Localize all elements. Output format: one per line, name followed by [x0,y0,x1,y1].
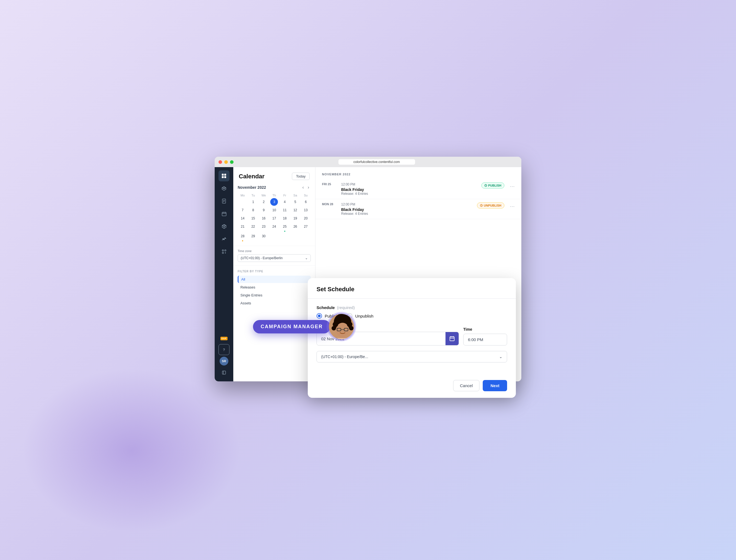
next-month-button[interactable]: › [306,184,311,190]
eap-label: EAP [221,337,228,340]
event-time-mon28: 12:00 PM [341,202,471,206]
svg-rect-8 [222,212,226,216]
help-icon[interactable]: ? [219,344,230,355]
cal-day-26[interactable]: 26 [290,223,300,232]
user-avatar[interactable]: SR [220,357,228,365]
cal-day-29[interactable]: 29 [248,232,258,241]
svg-point-16 [222,250,224,251]
schedule-section-label: Schedule (required) [317,305,507,310]
cal-day-4[interactable]: 4 [280,198,290,206]
next-button[interactable]: Next [483,380,507,391]
cal-day-10[interactable]: 10 [269,206,279,214]
event-title-mon28: Black Friday [341,207,471,212]
sidebar-icon-grid[interactable] [219,170,230,181]
cal-day-7[interactable]: 7 [238,206,248,214]
cal-day-8[interactable]: 8 [248,206,258,214]
event-time-fri25: 12:00 PM [341,182,476,186]
time-label: Time [463,327,507,332]
calendar-month: November 2022 [238,185,266,190]
minimize-button[interactable] [224,160,228,164]
sidebar: EAP ? SR [215,167,233,381]
cal-day-18[interactable]: 18 [280,215,290,222]
time-input[interactable] [463,334,507,345]
publish-badge-fri25[interactable]: PUBLISH [481,182,504,188]
cal-day-5[interactable]: 5 [290,198,300,206]
sidebar-icon-package[interactable] [219,221,230,232]
cal-day-1[interactable]: 1 [248,198,258,206]
cal-day-9[interactable]: 9 [259,206,269,214]
cal-day-25[interactable]: 25 [280,223,290,232]
calendar-grid: Mo Tu We Th Fr Sa Su 1 2 3 4 5 [238,193,311,241]
cal-day-16[interactable]: 16 [259,215,269,222]
event-day-label-fri: FRI 25 [322,182,336,186]
svg-point-37 [332,326,336,330]
svg-rect-0 [222,174,224,176]
cancel-button[interactable]: Cancel [453,380,480,391]
unpublish-badge-mon28[interactable]: UNPUBLISH [477,202,504,208]
cal-day-19[interactable]: 19 [290,215,300,222]
filter-all[interactable]: All [238,276,311,283]
sidebar-icon-calendar[interactable] [219,208,230,219]
event-menu-fri25[interactable]: … [510,182,515,188]
calendar-picker-button[interactable] [445,332,459,345]
timezone-select[interactable]: (UTC+01:00) - Europe/Berlin ⌄ [238,254,311,262]
event-row-fri25: FRI 25 12:00 PM Black Friday Release: 4 … [316,179,521,199]
prev-month-button[interactable]: ‹ [301,184,305,190]
left-panel: Calendar Today November 2022 ‹ › Mo [233,167,316,381]
day-header-fr: Fr [280,193,290,198]
event-details-fri25: 12:00 PM Black Friday Release: 4 Entries [341,182,476,196]
filter-single-entries[interactable]: Single Entries [238,292,311,299]
panel-title: Calendar [239,173,265,180]
chevron-down-icon: ⌄ [305,256,308,260]
cal-day-27[interactable]: 27 [301,223,311,232]
filter-releases[interactable]: Releases [238,284,311,291]
cal-day-14[interactable]: 14 [238,215,248,222]
cal-day-30[interactable]: 30 [259,232,269,241]
sidebar-icon-cube[interactable] [219,183,230,194]
cal-day-6[interactable]: 6 [301,198,311,206]
calendar-icon [449,336,455,341]
clock-icon [484,184,487,187]
unpublish-label: Unpublish [355,314,373,318]
today-button[interactable]: Today [292,173,310,180]
cal-day-28[interactable]: 28 [238,232,248,241]
svg-point-14 [224,239,224,240]
cal-day-11[interactable]: 11 [280,206,290,214]
sidebar-icon-analytics[interactable] [219,233,230,244]
cal-day-2[interactable]: 2 [259,198,269,206]
cal-day-23[interactable]: 23 [259,223,269,232]
event-menu-mon28[interactable]: … [510,202,515,208]
cal-day-21[interactable]: 21 [238,223,248,232]
sidebar-icon-collapse[interactable] [219,367,230,378]
cal-day-22[interactable]: 22 [248,223,258,232]
svg-rect-30 [340,335,345,339]
campaign-manager-avatar [328,313,355,340]
event-details-mon28: 12:00 PM Black Friday Release: 4 Entries [341,202,471,216]
section-header: NOVEMBER 2022 [316,167,521,179]
cal-day-12[interactable]: 12 [290,206,300,214]
cal-day-3[interactable]: 3 [269,198,279,206]
svg-point-18 [222,252,224,253]
svg-rect-31 [330,338,355,340]
event-date-fri25: FRI 25 [322,182,336,186]
day-header-sa: Sa [290,193,300,198]
cal-day-13[interactable]: 13 [301,206,311,214]
filter-assets[interactable]: Assets [238,299,311,307]
timezone-section: Time zone (UTC+01:00) - Europe/Berlin ⌄ [233,246,315,265]
sidebar-icon-document[interactable] [219,196,230,207]
modal-footer: Cancel Next [308,376,516,398]
timezone-label: Time zone [238,249,311,253]
maximize-button[interactable] [230,160,234,164]
cal-day-15[interactable]: 15 [248,215,258,222]
timezone-dropdown[interactable]: (UTC+01:00) - Europe/Be... ⌄ [317,351,507,362]
sidebar-icon-apps[interactable] [219,246,230,257]
cal-day-20[interactable]: 20 [301,215,311,222]
event-date-mon28: MON 28 [322,202,336,206]
event-title-fri25: Black Friday [341,187,476,192]
cal-day-17[interactable]: 17 [269,215,279,222]
svg-rect-2 [222,176,224,178]
svg-rect-19 [222,371,226,374]
cal-day-24[interactable]: 24 [269,223,279,232]
close-button[interactable] [219,160,222,164]
browser-titlebar: colorfulcollective.contentful.com [215,157,521,167]
